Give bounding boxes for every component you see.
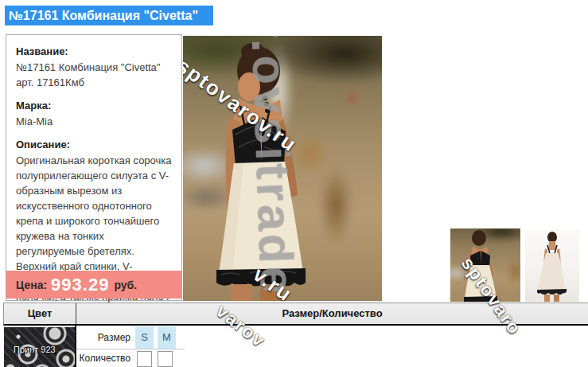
watermark-large-vertical: w.ovsitrade [239,36,305,297]
color-swatch-print-923[interactable]: Принт 923 [4,327,75,367]
product-page: №17161 Комбинация "Civetta" Название: №1… [0,0,588,367]
name-label: Название: [16,45,173,57]
product-info-content: Название: №17161 Комбинация "Civetta" ар… [6,35,181,304]
qty-row-label: Количество [78,349,130,367]
price-bar: Цена: 993.29 руб. [6,271,181,299]
product-info-panel: Название: №17161 Комбинация "Civetta" ар… [6,34,182,301]
product-name-line1: №17161 Комбинация "Civetta" [16,61,160,73]
price-value: 993.29 [51,275,109,295]
qty-input-size-s[interactable] [137,351,152,367]
description-label: Описание: [16,139,173,150]
thumbnail-back-illustration [525,229,579,302]
price-currency: руб. [114,279,137,291]
price-label: Цена: [16,279,47,291]
size-row-label: Размер [78,327,130,348]
main-product-photo[interactable]: sptovarov.ru v.ru w.ovsitrade [183,36,382,301]
color-column-header: Цвет [4,303,76,324]
color-name-label: Принт 923 [14,345,56,354]
brand-value: Mia-Mia [16,114,173,129]
table-divider-vertical [75,326,76,367]
page-title: №17161 Комбинация "Civetta" [5,6,213,25]
size-cell-m: M [158,326,176,349]
thumbnail-back-view[interactable] [525,229,579,302]
brand-label: Марка: [16,100,173,111]
size-cell-s: S [135,326,154,349]
table-divider-horizontal [76,349,185,349]
product-article: арт. 17161Кмб [16,76,84,88]
product-name: №17161 Комбинация "Civetta" арт. 17161Км… [16,60,173,90]
qty-input-size-m[interactable] [158,351,173,367]
